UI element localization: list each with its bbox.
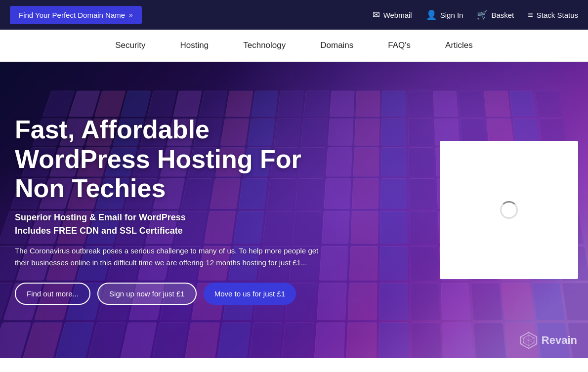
- signup-button[interactable]: Sign up now for just £1: [97, 283, 197, 305]
- basket-label: Basket: [491, 11, 514, 19]
- find-out-more-button[interactable]: Find out more...: [15, 283, 90, 305]
- domain-button-chevrons: »: [129, 11, 133, 19]
- move-to-us-button[interactable]: Move to us for just £1: [204, 283, 296, 305]
- stack-status-link[interactable]: ≡ Stack Status: [528, 10, 578, 20]
- signin-label: Sign In: [440, 11, 463, 19]
- revain-watermark: Revain: [520, 331, 577, 349]
- hero-covid-text: The Coronavirus outbreak poses a serious…: [15, 245, 331, 269]
- stack-status-label: Stack Status: [537, 11, 578, 19]
- topbar: Find Your Perfect Domain Name » ✉ Webmai…: [0, 0, 588, 30]
- hero-subtitle1: Superior Hosting & Email for WordPress: [15, 212, 331, 223]
- loading-spinner: [500, 201, 518, 219]
- nav-faqs[interactable]: FAQ's: [385, 31, 413, 60]
- hero-subtitle2: Includes FREE CDN and SSL Certificate: [15, 226, 331, 236]
- revain-label: Revain: [542, 334, 577, 347]
- nav-technology[interactable]: Technology: [241, 31, 288, 60]
- domain-button-label: Find Your Perfect Domain Name: [19, 11, 125, 19]
- nav-articles[interactable]: Articles: [443, 31, 475, 60]
- domain-button[interactable]: Find Your Perfect Domain Name »: [10, 6, 142, 24]
- hero-buttons: Find out more... Sign up now for just £1…: [15, 283, 331, 305]
- basket-link[interactable]: 🛒 Basket: [477, 9, 514, 20]
- hero-section: // Generate keyboard keys via JS const k…: [0, 62, 588, 358]
- hero-title: Fast, Affordable WordPress Hosting For N…: [15, 115, 331, 204]
- webmail-link[interactable]: ✉ Webmail: [373, 9, 412, 20]
- user-icon: 👤: [426, 9, 437, 20]
- revain-logo-icon: [520, 331, 538, 349]
- webmail-icon: ✉: [373, 9, 380, 20]
- topbar-nav: ✉ Webmail 👤 Sign In 🛒 Basket ≡ Stack Sta…: [373, 9, 578, 20]
- stack-icon: ≡: [528, 10, 533, 20]
- nav-hosting[interactable]: Hosting: [178, 31, 211, 60]
- signin-link[interactable]: 👤 Sign In: [426, 9, 463, 20]
- hero-content: Fast, Affordable WordPress Hosting For N…: [0, 115, 346, 305]
- nav-security[interactable]: Security: [113, 31, 148, 60]
- nav-domains[interactable]: Domains: [318, 31, 356, 60]
- loading-panel: [440, 141, 578, 279]
- main-nav: Security Hosting Technology Domains FAQ'…: [0, 30, 588, 62]
- basket-icon: 🛒: [477, 9, 488, 20]
- webmail-label: Webmail: [383, 11, 412, 19]
